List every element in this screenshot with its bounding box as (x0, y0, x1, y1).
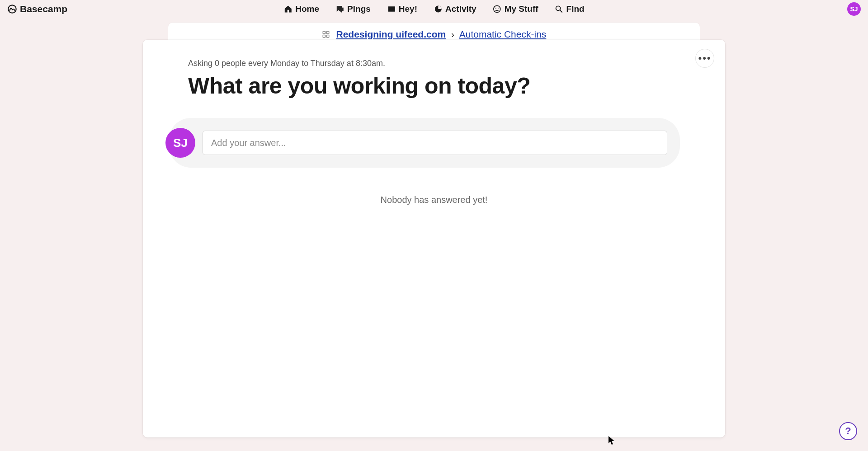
empty-state-divider: Nobody has answered yet! (188, 195, 680, 205)
nav-find[interactable]: Find (555, 4, 585, 14)
brand-logo[interactable]: Basecamp (7, 4, 67, 14)
home-icon (283, 5, 292, 14)
svg-point-3 (495, 8, 496, 9)
breadcrumb-separator: › (448, 29, 457, 39)
svg-rect-9 (323, 35, 325, 38)
basecamp-logo-icon (7, 4, 17, 14)
composer-avatar-initials: SJ (173, 136, 188, 150)
nav-home-label: Home (295, 4, 319, 14)
nav-mystuff-label: My Stuff (505, 4, 538, 14)
checkin-schedule-text: Asking 0 people every Monday to Thursday… (188, 59, 680, 68)
brand-name: Basecamp (20, 4, 67, 14)
svg-rect-10 (326, 35, 329, 38)
chat-icon (335, 5, 344, 14)
breadcrumb-section-link[interactable]: Automatic Check-ins (459, 29, 547, 39)
svg-point-4 (498, 8, 499, 9)
avatar-initials: SJ (850, 5, 858, 13)
grid-icon (322, 30, 330, 38)
answer-composer: SJ (169, 118, 680, 168)
nav-activity-label: Activity (445, 4, 476, 14)
nav-pings[interactable]: Pings (335, 4, 371, 14)
activity-icon (434, 5, 443, 14)
topbar: Basecamp Home Pings Hey! Activity (0, 0, 868, 18)
svg-rect-8 (326, 31, 329, 33)
primary-nav: Home Pings Hey! Activity My Stuff (283, 4, 584, 14)
checkin-card: ••• Asking 0 people every Monday to Thur… (143, 40, 725, 437)
nav-mystuff[interactable]: My Stuff (493, 4, 538, 14)
nav-pings-label: Pings (347, 4, 371, 14)
answer-input[interactable] (203, 131, 667, 155)
question-mark-icon: ? (845, 425, 851, 437)
divider-line-left (188, 200, 371, 200)
more-options-button[interactable]: ••• (695, 49, 714, 68)
current-user-avatar[interactable]: SJ (847, 2, 861, 16)
composer-avatar: SJ (165, 128, 195, 158)
smile-icon (493, 5, 502, 14)
divider-line-right (497, 200, 680, 200)
svg-point-2 (494, 6, 500, 13)
checkin-question: What are you working on today? (188, 73, 680, 99)
nav-hey[interactable]: Hey! (387, 4, 417, 14)
empty-state-text: Nobody has answered yet! (381, 195, 488, 205)
nav-home[interactable]: Home (283, 4, 319, 14)
help-button[interactable]: ? (839, 422, 857, 440)
mouse-cursor (609, 436, 615, 445)
breadcrumb-project-link[interactable]: Redesigning uifeed.com (336, 29, 446, 39)
nav-activity[interactable]: Activity (434, 4, 476, 14)
svg-point-5 (556, 6, 561, 10)
ellipsis-icon: ••• (698, 52, 711, 64)
svg-rect-7 (323, 31, 325, 33)
inbox-icon (387, 5, 396, 14)
nav-find-label: Find (566, 4, 585, 14)
svg-line-6 (560, 10, 562, 13)
nav-hey-label: Hey! (399, 4, 417, 14)
search-icon (555, 5, 564, 14)
